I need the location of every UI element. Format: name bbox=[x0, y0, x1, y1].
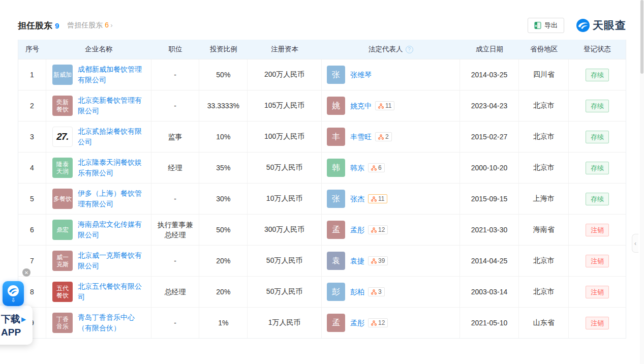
registered-capital-cell: 1万人民币 bbox=[248, 308, 322, 338]
org-graph-icon bbox=[378, 103, 384, 109]
tab-former-label: 曾担任股东 bbox=[67, 21, 103, 29]
company-cell: 威一 克斯北京威一克斯餐饮有限公司 bbox=[46, 246, 151, 276]
legal-rep-name-link[interactable]: 张维琴 bbox=[350, 70, 372, 80]
relation-count-badge[interactable]: 12 bbox=[368, 318, 388, 327]
relation-count-badge[interactable]: 12 bbox=[368, 225, 388, 234]
company-cell: 新威加成都新威加餐饮管理有限公司 bbox=[46, 59, 151, 90]
company-name-link[interactable]: 北京隆泰天润餐饮娱乐有限公司 bbox=[78, 157, 148, 178]
column-header-label: 序号 bbox=[25, 45, 39, 54]
org-graph-icon bbox=[371, 289, 377, 295]
row-index: 3 bbox=[18, 122, 46, 152]
company-name-link[interactable]: 成都新威加餐饮管理有限公司 bbox=[78, 64, 148, 85]
legal-rep-name-link[interactable]: 彭柏 bbox=[350, 287, 364, 297]
page-scrollbar[interactable] bbox=[640, 0, 644, 364]
status-badge: 存续 bbox=[586, 131, 609, 143]
registered-capital-cell: 50万人民币 bbox=[248, 153, 322, 183]
section-header: 担任股东9 曾担任股东6› x 导出 天眼查 bbox=[18, 17, 626, 34]
established-date-cell: 2003-03-14 bbox=[460, 277, 519, 307]
play-icon: ▶ bbox=[21, 316, 26, 323]
established-date-cell: 2014-03-25 bbox=[460, 59, 519, 90]
relation-count-badge[interactable]: 6 bbox=[368, 163, 385, 172]
table-header-row: 序号企业名称职位投资比例注册资本法定代表人?成立日期省份地区登记状态 bbox=[18, 40, 626, 59]
status-badge: 注销 bbox=[586, 224, 609, 236]
export-button-label: 导出 bbox=[544, 21, 558, 30]
legal-rep-avatar: 张 bbox=[327, 190, 345, 208]
promo-line1: 下载 bbox=[1, 313, 20, 326]
company-cell: 多餐饮伊多（上海）餐饮管理有限公司 bbox=[46, 184, 151, 214]
status-badge: 存续 bbox=[586, 100, 609, 112]
registered-capital-cell: 100万人民币 bbox=[248, 122, 322, 152]
status-badge: 存续 bbox=[586, 69, 609, 81]
legal-rep-name-link[interactable]: 孟彤 bbox=[350, 318, 364, 328]
company-name-link[interactable]: 北京贰拾柒餐饮有限公司 bbox=[78, 126, 148, 147]
province-cell: 北京市 bbox=[519, 153, 569, 183]
position-value: 总经理 bbox=[165, 287, 186, 297]
row-index: 1 bbox=[18, 59, 46, 90]
status-cell: 注销 bbox=[569, 308, 626, 338]
relation-count-badge[interactable]: 39 bbox=[368, 256, 388, 265]
column-header-6: 成立日期 bbox=[460, 40, 519, 59]
download-app-card[interactable]: 下载▶ APP bbox=[0, 306, 33, 345]
help-icon[interactable]: ? bbox=[406, 46, 413, 53]
position-value: - bbox=[174, 194, 176, 204]
legal-rep-name-link[interactable]: 袁捷 bbox=[350, 256, 364, 266]
scrollbar-thumb[interactable] bbox=[640, 0, 643, 74]
position-value: 经理 bbox=[168, 163, 182, 173]
registered-capital-cell: 10万人民币 bbox=[248, 184, 322, 214]
shareholder-table-body: 1新威加成都新威加餐饮管理有限公司-50%200万人民币张张维琴2014-03-… bbox=[18, 59, 626, 338]
company-cell: 奕新 餐饮北京奕新餐饮管理有限公司 bbox=[46, 90, 151, 121]
promo-close-icon[interactable]: ✕ bbox=[22, 268, 30, 277]
position-cell: 经理 bbox=[151, 153, 200, 183]
row-index: 6 bbox=[18, 215, 46, 245]
company-name-link[interactable]: 青岛丁香音乐中心（有限合伙） bbox=[78, 312, 148, 333]
investment-ratio-cell: 33.3333% bbox=[199, 90, 248, 121]
investment-ratio-cell: 20% bbox=[199, 246, 248, 276]
row-index: 2 bbox=[18, 90, 46, 121]
table-row: 2奕新 餐饮北京奕新餐饮管理有限公司-33.3333%105万人民币姚姚克中11… bbox=[18, 90, 626, 121]
position-value: - bbox=[174, 318, 176, 328]
relation-count-badge[interactable]: 11 bbox=[368, 194, 387, 203]
org-graph-icon bbox=[371, 165, 377, 171]
relation-count-badge[interactable]: 2 bbox=[375, 132, 392, 141]
legal-rep-avatar: 韩 bbox=[327, 159, 345, 177]
position-cell: - bbox=[151, 184, 200, 214]
app-download-icon[interactable]: ⇩ bbox=[3, 281, 24, 306]
company-name-link[interactable]: 北京奕新餐饮管理有限公司 bbox=[78, 95, 148, 116]
export-button[interactable]: x 导出 bbox=[528, 18, 564, 33]
side-panel-collapse-handle[interactable]: ‹ bbox=[632, 234, 638, 253]
province-cell: 上海市 bbox=[519, 184, 569, 214]
position-cell: 监事 bbox=[151, 122, 200, 152]
established-date-cell: 2015-02-27 bbox=[460, 122, 519, 152]
excel-icon: x bbox=[534, 22, 541, 29]
shareholder-table: 序号企业名称职位投资比例注册资本法定代表人?成立日期省份地区登记状态 1新威加成… bbox=[18, 40, 626, 339]
company-cell: 隆泰 天润北京隆泰天润餐饮娱乐有限公司 bbox=[46, 153, 151, 183]
legal-rep-name-link[interactable]: 张杰 bbox=[350, 194, 364, 204]
company-name-link[interactable]: 北京五代餐饮有限公司 bbox=[78, 281, 148, 302]
relation-count: 11 bbox=[385, 102, 391, 109]
relation-count-badge[interactable]: 3 bbox=[368, 287, 385, 296]
tab-current-shareholder[interactable]: 担任股东9 bbox=[18, 20, 59, 32]
registered-capital-cell: 300万人民币 bbox=[248, 215, 322, 245]
org-graph-icon bbox=[371, 227, 377, 233]
company-name-link[interactable]: 海南鼎宏文化传媒有限公司 bbox=[78, 219, 148, 240]
column-header-label: 成立日期 bbox=[476, 45, 503, 54]
column-header-label: 投资比例 bbox=[210, 45, 237, 54]
status-badge: 存续 bbox=[586, 162, 609, 174]
legal-rep-avatar: 张 bbox=[327, 66, 345, 84]
legal-rep-name-link[interactable]: 韩东 bbox=[350, 163, 364, 173]
established-date-cell: 2021-05-10 bbox=[460, 308, 519, 338]
legal-rep-name-link[interactable]: 丰雪旺 bbox=[350, 132, 372, 142]
province-cell: 北京市 bbox=[519, 246, 569, 276]
company-name-link[interactable]: 伊多（上海）餐饮管理有限公司 bbox=[78, 188, 148, 209]
legal-rep-cell: 张张杰11 bbox=[322, 184, 460, 214]
relation-count-badge[interactable]: 11 bbox=[375, 101, 394, 110]
investment-ratio-cell: 10% bbox=[199, 122, 248, 152]
tab-former-shareholder[interactable]: 曾担任股东6› bbox=[67, 21, 112, 30]
legal-rep-name-link[interactable]: 孟彤 bbox=[350, 225, 364, 235]
legal-rep-cell: 韩韩东6 bbox=[322, 153, 460, 183]
legal-rep-name-link[interactable]: 姚克中 bbox=[350, 101, 372, 111]
relation-count: 6 bbox=[378, 164, 382, 171]
column-header-7: 省份地区 bbox=[519, 40, 569, 59]
company-name-link[interactable]: 北京威一克斯餐饮有限公司 bbox=[78, 250, 148, 271]
position-cell: - bbox=[151, 246, 200, 276]
